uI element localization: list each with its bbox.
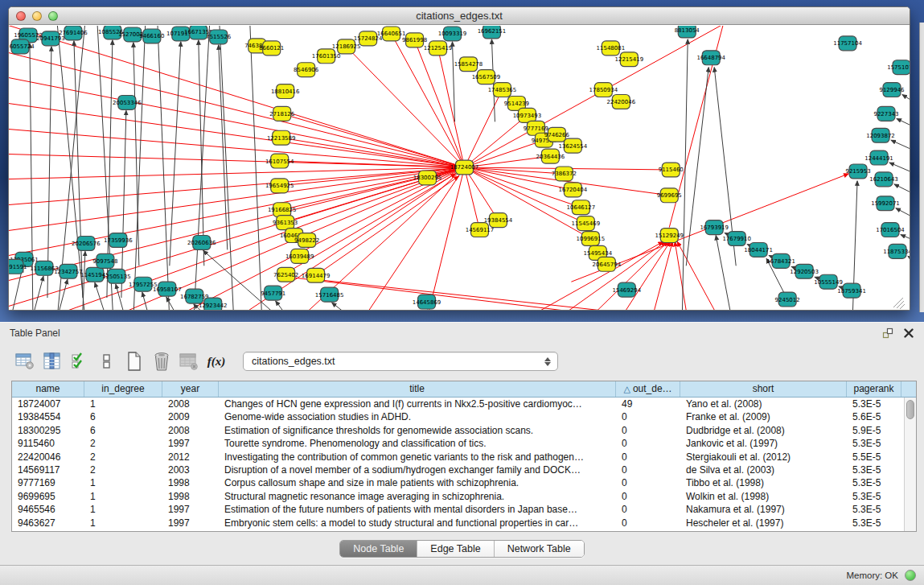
graph-node[interactable]: 20260636: [187, 236, 216, 250]
graph-node[interactable]: 16648794: [696, 51, 725, 65]
graph-node[interactable]: 15716485: [315, 287, 344, 302]
graph-node[interactable]: 9227343: [873, 106, 898, 121]
tab-edge-table[interactable]: Edge Table: [417, 541, 494, 557]
svg-text:12125419: 12125419: [424, 45, 453, 51]
table-row[interactable]: 1938455462009Genome-wide association stu…: [12, 410, 904, 423]
cell-in_degree: 2: [84, 463, 162, 476]
graph-node[interactable]: 16567509: [472, 70, 501, 84]
status-bar: Memory: OK: [0, 565, 924, 585]
graph-node[interactable]: 12093872: [866, 128, 895, 142]
graph-node[interactable]: 16962151: [478, 26, 507, 39]
column-header-short[interactable]: short: [680, 381, 847, 397]
column-header-pagerank[interactable]: pagerank: [847, 381, 901, 397]
table-row[interactable]: 946554611997Estimation of the future num…: [12, 503, 904, 516]
tab-node-table[interactable]: Node Table: [340, 541, 417, 557]
graph-node[interactable]: 10093319: [438, 27, 467, 41]
table-row[interactable]: 2242004622012Investigating the contribut…: [12, 451, 904, 463]
graph-node[interactable]: 17601350: [312, 49, 341, 64]
table-row[interactable]: 946362711997Embryonic stem cells: a mode…: [12, 517, 904, 529]
graph-node[interactable]: 16107554: [265, 154, 294, 168]
graph-node[interactable]: 15751074: [887, 60, 910, 75]
column-header-in_degree[interactable]: in_degree: [84, 381, 162, 397]
svg-text:12213589: 12213589: [267, 135, 296, 142]
graph-node[interactable]: 16039489: [285, 249, 314, 263]
graph-node[interactable]: 7625402: [273, 267, 298, 282]
tab-network-table[interactable]: Network Table: [495, 541, 584, 557]
graph-node[interactable]: 9245012: [775, 292, 800, 307]
graph-node[interactable]: 9215953: [845, 164, 870, 179]
graph-node[interactable]: 11757104: [833, 36, 862, 51]
close-panel-button[interactable]: [901, 327, 916, 340]
graph-node[interactable]: 19654925: [265, 179, 294, 193]
column-header-out_degree[interactable]: △out_de…: [616, 381, 680, 397]
memory-ok-indicator-icon[interactable]: [905, 570, 916, 581]
graph-node[interactable]: 10996915: [577, 232, 606, 246]
graph-node[interactable]: 7515526: [206, 30, 231, 44]
svg-text:16782759: 16782759: [180, 294, 209, 300]
float-panel-button[interactable]: [881, 327, 895, 340]
row-display-button[interactable]: [95, 349, 119, 373]
graph-node[interactable]: 9115460: [659, 163, 684, 177]
column-header-year[interactable]: year: [162, 381, 219, 397]
graph-node[interactable]: 18810416: [271, 84, 300, 99]
graph-node[interactable]: 15992071: [871, 196, 900, 211]
graph-node[interactable]: 12920503: [790, 264, 819, 278]
graph-node[interactable]: 9466160: [139, 29, 164, 43]
graph-node[interactable]: 12215419: [615, 52, 644, 67]
table-options-button[interactable]: [13, 349, 37, 373]
table-row[interactable]: 977716911998Corpus callosum shape and si…: [12, 476, 904, 489]
table-row[interactable]: 911546021997Tourette syndrome. Phenomeno…: [12, 437, 904, 450]
graph-node[interactable]: 10555149: [814, 274, 843, 289]
graph-node[interactable]: 2718126: [269, 106, 294, 121]
cell-year: 1997: [162, 503, 219, 516]
cell-title: Disruption of a novel member of a sodium…: [219, 463, 616, 476]
delete-column-button[interactable]: [150, 349, 174, 373]
graph-node[interactable]: 11875334: [883, 244, 910, 258]
graph-node[interactable]: 9097548: [92, 253, 117, 268]
graph-node[interactable]: 10646127: [567, 200, 596, 215]
create-column-button[interactable]: [122, 349, 146, 373]
svg-text:9245012: 9245012: [775, 297, 800, 303]
graph-node[interactable]: 9699695: [657, 188, 682, 203]
vertical-scrollbar[interactable]: [904, 398, 916, 531]
graph-node[interactable]: 15469294: [613, 282, 642, 297]
graph-node[interactable]: 15854278: [454, 57, 483, 72]
table-row[interactable]: 1456911722003Disruption of a novel membe…: [12, 463, 904, 476]
delete-table-button[interactable]: [177, 349, 201, 373]
graph-node[interactable]: 9361353: [273, 216, 298, 230]
table-toolbar: f(x) citations_edges.txt: [0, 344, 924, 379]
column-header-name[interactable]: name: [12, 381, 84, 397]
column-header-title[interactable]: title: [219, 381, 616, 397]
scrollbar-thumb[interactable]: [906, 400, 914, 419]
graph-node[interactable]: 9498222: [294, 233, 319, 248]
table-row[interactable]: 1830029562008Estimation of significance …: [12, 424, 904, 437]
graph-node[interactable]: 16210643: [869, 172, 898, 187]
graph-node[interactable]: 16720404: [559, 183, 588, 197]
graph-node[interactable]: 20364436: [536, 149, 565, 163]
graph-node[interactable]: 17485365: [488, 83, 517, 97]
table-source-select[interactable]: citations_edges.txt: [243, 352, 558, 371]
graph-node[interactable]: 22420046: [607, 95, 636, 109]
graph-node[interactable]: 8546906: [294, 63, 318, 77]
graph-node[interactable]: 12444191: [864, 150, 893, 165]
graph-node[interactable]: 15129249: [655, 229, 684, 243]
graph-node[interactable]: 14645869: [413, 295, 441, 309]
graph-node[interactable]: 8813054: [675, 26, 700, 38]
network-graph-canvas[interactable]: 1872400719605572209417932769140610855267…: [9, 25, 910, 310]
graph-node[interactable]: 12125419: [424, 41, 453, 56]
graph-node[interactable]: 9129946: [879, 83, 904, 97]
graph-node[interactable]: 7386372: [552, 167, 577, 181]
graph-edge: [47, 47, 51, 298]
graph-node[interactable]: 18759341: [837, 283, 866, 298]
select-all-button[interactable]: [68, 349, 92, 373]
function-builder-button[interactable]: f(x): [204, 349, 228, 373]
graph-node[interactable]: 20053346: [113, 96, 142, 110]
citation-network-graph[interactable]: 1872400719605572209417932769140610855267…: [9, 26, 910, 310]
network-window-titlebar[interactable]: citations_edges.txt: [9, 7, 910, 25]
table-row[interactable]: 1872400712008Changes of HCN gene express…: [12, 398, 904, 410]
column-visibility-button[interactable]: [40, 349, 64, 373]
table-row[interactable]: 969969511998Structural magnetic resonanc…: [12, 490, 904, 503]
graph-node[interactable]: 11548081: [597, 41, 626, 56]
graph-node[interactable]: 9457791: [261, 286, 285, 300]
graph-node[interactable]: 8660121: [259, 41, 284, 56]
